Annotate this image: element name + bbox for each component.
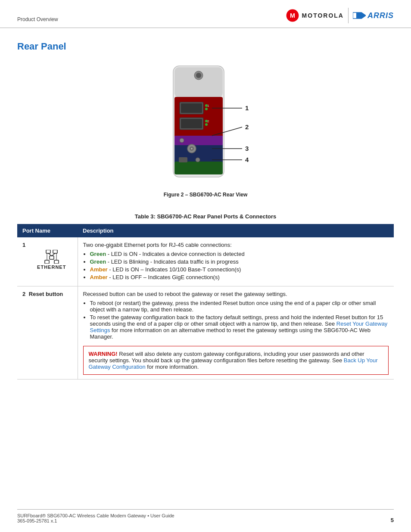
svg-point-14 <box>205 108 208 110</box>
svg-rect-38 <box>50 256 54 259</box>
footer-left: SURFboard® SBG6700-AC Wireless Cable Mod… <box>17 513 174 523</box>
svg-text:1: 1 <box>207 104 209 108</box>
breadcrumb: Product Overview <box>17 8 58 22</box>
ethernet-icon: ETHERNET <box>31 250 72 270</box>
svg-text:4: 4 <box>245 156 249 163</box>
page-header: Product Overview M MOTOROLA ARRIS <box>0 0 411 28</box>
section-title: Rear Panel <box>17 41 394 52</box>
svg-rect-44 <box>54 260 59 264</box>
page-footer: SURFboard® SBG6700-AC Wireless Cable Mod… <box>17 509 394 523</box>
col-header-port: Port Name <box>17 224 78 237</box>
green-label-2: Green <box>90 258 106 265</box>
footer-line1: SURFboard® SBG6700-AC Wireless Cable Mod… <box>17 513 174 518</box>
amber-label-2: Amber <box>90 274 108 280</box>
desc-cell-2: Recessed button can be used to reboot th… <box>78 286 394 380</box>
list-item: Green - LED is Blinking - Indicates data… <box>90 258 389 265</box>
amber-label-1: Amber <box>90 266 108 273</box>
reset-bullet-list: To reboot (or restart) the gateway, pres… <box>83 300 389 340</box>
reset-desc-main: Recessed button can be used to reboot th… <box>83 291 287 297</box>
footer-line2: 365-095-25781 x.1 <box>17 518 174 523</box>
svg-rect-17 <box>181 119 202 128</box>
reset-button-label: Reset button <box>29 291 63 297</box>
list-item: Amber - LED is OFF – Indicates GigE conn… <box>90 274 389 280</box>
green-label-1: Green <box>90 251 106 257</box>
svg-marker-3 <box>356 12 366 19</box>
svg-point-27 <box>196 158 200 162</box>
ethernet-bullet-list: Green - LED is ON - Indicates a device c… <box>83 251 389 280</box>
list-item: Green - LED is ON - Indicates a device c… <box>90 251 389 257</box>
figure-container: 1 2 <box>17 62 394 205</box>
logo-divider <box>348 8 349 23</box>
svg-text:2: 2 <box>245 123 249 131</box>
motorola-logo: M MOTOROLA <box>286 9 344 22</box>
svg-point-10 <box>196 73 201 78</box>
svg-rect-8 <box>174 162 223 174</box>
row-number-1: 1 <box>22 242 25 248</box>
desc-cell-1: Two one-gigabit Ethernet ports for RJ-45… <box>78 237 394 286</box>
arris-wordmark: ARRIS <box>367 11 394 20</box>
svg-line-40 <box>52 253 55 256</box>
motorola-m-icon: M <box>286 9 299 22</box>
arris-logo-area: ARRIS <box>353 11 394 20</box>
svg-text:1: 1 <box>245 104 249 112</box>
reset-bullet2-suffix: for more information on an alternative m… <box>90 327 371 340</box>
port-cell-1: 1 <box>17 237 78 286</box>
device-svg: 1 2 <box>132 62 279 187</box>
list-item: To reboot (or restart) the gateway, pres… <box>90 300 389 313</box>
logo-area: M MOTOROLA ARRIS <box>286 8 394 23</box>
network-ports-icon <box>44 250 60 264</box>
svg-rect-37 <box>53 250 57 253</box>
svg-point-25 <box>191 148 193 149</box>
desc-intro-1: Two one-gigabit Ethernet ports for RJ-45… <box>83 242 232 248</box>
svg-rect-12 <box>181 103 202 113</box>
svg-point-22 <box>180 138 184 143</box>
col-header-desc: Description <box>78 224 394 237</box>
ethernet-label: ETHERNET <box>37 264 66 270</box>
row-number-2: 2 <box>22 291 25 297</box>
main-content: Rear Panel <box>0 28 411 401</box>
svg-line-39 <box>48 253 52 256</box>
table-header-row: Port Name Description <box>17 224 394 237</box>
svg-rect-43 <box>45 260 49 264</box>
list-item: To reset the gateway configuration back … <box>90 314 389 340</box>
table-title: Table 3: SBG6700-AC Rear Panel Ports & C… <box>17 213 394 220</box>
table-row: 1 <box>17 237 394 286</box>
ports-table: Port Name Description 1 <box>17 224 394 380</box>
warning-text: Reset will also delete any custom gatewa… <box>89 351 364 364</box>
svg-rect-26 <box>179 157 187 162</box>
footer-page-number: 5 <box>391 517 394 523</box>
arris-arrow-icon <box>353 11 366 20</box>
warning-label: WARNING! <box>89 351 118 357</box>
figure-caption: Figure 2 – SBG6700-AC Rear View <box>164 192 248 198</box>
device-diagram: 1 2 <box>132 62 279 187</box>
list-item: Amber - LED is ON – Indicates 10/100 Bas… <box>90 266 389 273</box>
svg-rect-36 <box>46 250 50 253</box>
svg-text:3: 3 <box>245 145 249 152</box>
warning-box: WARNING! Reset will also delete any cust… <box>83 346 389 375</box>
table-row: 2 Reset button Recessed button can be us… <box>17 286 394 380</box>
svg-point-19 <box>205 123 208 126</box>
svg-text:M: M <box>290 12 295 19</box>
svg-text:2: 2 <box>207 119 209 123</box>
warning-suffix: for more information. <box>146 364 199 370</box>
motorola-wordmark: MOTOROLA <box>302 12 344 19</box>
port-cell-2: 2 Reset button <box>17 286 78 380</box>
